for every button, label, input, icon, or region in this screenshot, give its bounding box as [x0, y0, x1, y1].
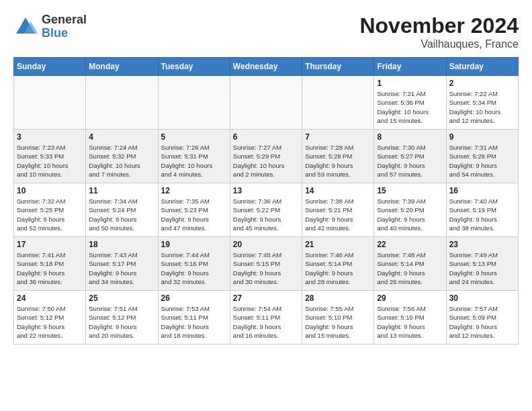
- day-number: 7: [305, 132, 371, 142]
- day-info: Sunrise: 7:22 AM Sunset: 5:34 PM Dayligh…: [449, 89, 515, 125]
- day-number: 4: [89, 132, 154, 142]
- day-info: Sunrise: 7:24 AM Sunset: 5:32 PM Dayligh…: [89, 143, 154, 179]
- day-number: 10: [17, 186, 83, 195]
- day-cell: 23Sunrise: 7:49 AM Sunset: 5:13 PM Dayli…: [446, 237, 518, 291]
- day-number: 13: [233, 186, 299, 195]
- day-cell: 3Sunrise: 7:23 AM Sunset: 5:33 PM Daylig…: [14, 130, 86, 183]
- day-cell: 20Sunrise: 7:45 AM Sunset: 5:15 PM Dayli…: [230, 237, 302, 291]
- calendar-header-row: SundayMondayTuesdayWednesdayThursdayFrid…: [14, 58, 519, 76]
- day-info: Sunrise: 7:23 AM Sunset: 5:33 PM Dayligh…: [17, 143, 83, 179]
- day-number: 27: [233, 293, 299, 303]
- week-row-4: 17Sunrise: 7:41 AM Sunset: 5:18 PM Dayli…: [14, 237, 519, 291]
- day-info: Sunrise: 7:48 AM Sunset: 5:14 PM Dayligh…: [377, 250, 443, 286]
- day-number: 21: [305, 240, 371, 249]
- month-title: November 2024: [359, 13, 519, 38]
- column-header-sunday: Sunday: [14, 58, 86, 76]
- day-number: 11: [89, 186, 154, 195]
- day-cell: 29Sunrise: 7:56 AM Sunset: 5:10 PM Dayli…: [374, 291, 446, 345]
- day-number: 17: [17, 240, 83, 249]
- column-header-tuesday: Tuesday: [158, 58, 230, 76]
- day-cell: 2Sunrise: 7:22 AM Sunset: 5:34 PM Daylig…: [446, 76, 518, 130]
- day-cell: 14Sunrise: 7:38 AM Sunset: 5:21 PM Dayli…: [302, 183, 374, 237]
- day-info: Sunrise: 7:38 AM Sunset: 5:21 PM Dayligh…: [305, 197, 371, 232]
- column-header-monday: Monday: [86, 58, 158, 76]
- day-number: 3: [17, 132, 83, 142]
- day-info: Sunrise: 7:51 AM Sunset: 5:12 PM Dayligh…: [89, 304, 154, 340]
- day-number: 19: [161, 240, 227, 249]
- logo-general-text: General: [42, 13, 87, 27]
- column-header-friday: Friday: [374, 58, 446, 76]
- calendar-table: SundayMondayTuesdayWednesdayThursdayFrid…: [13, 57, 519, 345]
- logo-text: General Blue: [42, 13, 87, 40]
- column-header-wednesday: Wednesday: [230, 58, 302, 76]
- day-info: Sunrise: 7:21 AM Sunset: 5:36 PM Dayligh…: [377, 89, 443, 125]
- day-info: Sunrise: 7:26 AM Sunset: 5:31 PM Dayligh…: [161, 143, 227, 179]
- day-info: Sunrise: 7:36 AM Sunset: 5:22 PM Dayligh…: [233, 197, 299, 232]
- day-info: Sunrise: 7:32 AM Sunset: 5:25 PM Dayligh…: [17, 197, 83, 232]
- day-info: Sunrise: 7:27 AM Sunset: 5:29 PM Dayligh…: [233, 143, 299, 179]
- day-cell: 5Sunrise: 7:26 AM Sunset: 5:31 PM Daylig…: [158, 130, 230, 183]
- day-cell: 27Sunrise: 7:54 AM Sunset: 5:11 PM Dayli…: [230, 291, 302, 345]
- day-info: Sunrise: 7:45 AM Sunset: 5:15 PM Dayligh…: [233, 250, 299, 286]
- column-header-thursday: Thursday: [302, 58, 374, 76]
- day-cell: 17Sunrise: 7:41 AM Sunset: 5:18 PM Dayli…: [14, 237, 86, 291]
- day-info: Sunrise: 7:54 AM Sunset: 5:11 PM Dayligh…: [233, 304, 299, 340]
- day-cell: 24Sunrise: 7:50 AM Sunset: 5:12 PM Dayli…: [14, 291, 86, 345]
- day-info: Sunrise: 7:31 AM Sunset: 5:26 PM Dayligh…: [449, 143, 515, 179]
- day-cell: 25Sunrise: 7:51 AM Sunset: 5:12 PM Dayli…: [86, 291, 158, 345]
- day-cell: 18Sunrise: 7:43 AM Sunset: 5:17 PM Dayli…: [86, 237, 158, 291]
- day-number: 29: [377, 293, 443, 303]
- day-info: Sunrise: 7:44 AM Sunset: 5:16 PM Dayligh…: [161, 250, 227, 286]
- day-info: Sunrise: 7:57 AM Sunset: 5:09 PM Dayligh…: [449, 304, 515, 340]
- day-number: 5: [161, 132, 227, 142]
- day-number: 24: [17, 293, 83, 303]
- day-cell: [230, 76, 302, 130]
- day-info: Sunrise: 7:55 AM Sunset: 5:10 PM Dayligh…: [305, 304, 371, 340]
- day-info: Sunrise: 7:43 AM Sunset: 5:17 PM Dayligh…: [89, 250, 154, 286]
- day-cell: 1Sunrise: 7:21 AM Sunset: 5:36 PM Daylig…: [374, 76, 446, 130]
- day-cell: 28Sunrise: 7:55 AM Sunset: 5:10 PM Dayli…: [302, 291, 374, 345]
- page-header: General Blue November 2024 Vailhauques, …: [13, 13, 519, 50]
- day-number: 18: [89, 240, 154, 249]
- week-row-2: 3Sunrise: 7:23 AM Sunset: 5:33 PM Daylig…: [14, 130, 519, 183]
- day-number: 8: [377, 132, 443, 142]
- day-info: Sunrise: 7:41 AM Sunset: 5:18 PM Dayligh…: [17, 250, 83, 286]
- day-number: 30: [449, 293, 515, 303]
- logo-blue-text: Blue: [42, 27, 87, 40]
- day-info: Sunrise: 7:46 AM Sunset: 5:14 PM Dayligh…: [305, 250, 371, 286]
- day-cell: 15Sunrise: 7:39 AM Sunset: 5:20 PM Dayli…: [374, 183, 446, 237]
- week-row-3: 10Sunrise: 7:32 AM Sunset: 5:25 PM Dayli…: [14, 183, 519, 237]
- title-block: November 2024 Vailhauques, France: [359, 13, 519, 50]
- day-cell: [86, 76, 158, 130]
- day-number: 2: [449, 79, 515, 88]
- day-number: 28: [305, 293, 371, 303]
- day-info: Sunrise: 7:49 AM Sunset: 5:13 PM Dayligh…: [449, 250, 515, 286]
- day-cell: 12Sunrise: 7:35 AM Sunset: 5:23 PM Dayli…: [158, 183, 230, 237]
- logo-icon: [13, 15, 38, 39]
- day-cell: 8Sunrise: 7:30 AM Sunset: 5:27 PM Daylig…: [374, 130, 446, 183]
- week-row-1: 1Sunrise: 7:21 AM Sunset: 5:36 PM Daylig…: [14, 76, 519, 130]
- column-header-saturday: Saturday: [446, 58, 518, 76]
- day-cell: 16Sunrise: 7:40 AM Sunset: 5:19 PM Dayli…: [446, 183, 518, 237]
- day-cell: 13Sunrise: 7:36 AM Sunset: 5:22 PM Dayli…: [230, 183, 302, 237]
- day-number: 15: [377, 186, 443, 195]
- day-number: 25: [89, 293, 154, 303]
- day-number: 9: [449, 132, 515, 142]
- day-cell: 7Sunrise: 7:28 AM Sunset: 5:28 PM Daylig…: [302, 130, 374, 183]
- day-cell: 22Sunrise: 7:48 AM Sunset: 5:14 PM Dayli…: [374, 237, 446, 291]
- day-cell: 11Sunrise: 7:34 AM Sunset: 5:24 PM Dayli…: [86, 183, 158, 237]
- day-number: 14: [305, 186, 371, 195]
- day-info: Sunrise: 7:40 AM Sunset: 5:19 PM Dayligh…: [449, 197, 515, 232]
- day-info: Sunrise: 7:39 AM Sunset: 5:20 PM Dayligh…: [377, 197, 443, 232]
- day-number: 23: [449, 240, 515, 249]
- day-cell: [158, 76, 230, 130]
- day-cell: 30Sunrise: 7:57 AM Sunset: 5:09 PM Dayli…: [446, 291, 518, 345]
- day-info: Sunrise: 7:28 AM Sunset: 5:28 PM Dayligh…: [305, 143, 371, 179]
- day-info: Sunrise: 7:35 AM Sunset: 5:23 PM Dayligh…: [161, 197, 227, 232]
- day-info: Sunrise: 7:56 AM Sunset: 5:10 PM Dayligh…: [377, 304, 443, 340]
- day-cell: 4Sunrise: 7:24 AM Sunset: 5:32 PM Daylig…: [86, 130, 158, 183]
- day-number: 20: [233, 240, 299, 249]
- logo: General Blue: [13, 13, 87, 40]
- day-cell: [302, 76, 374, 130]
- location-title: Vailhauques, France: [359, 38, 519, 50]
